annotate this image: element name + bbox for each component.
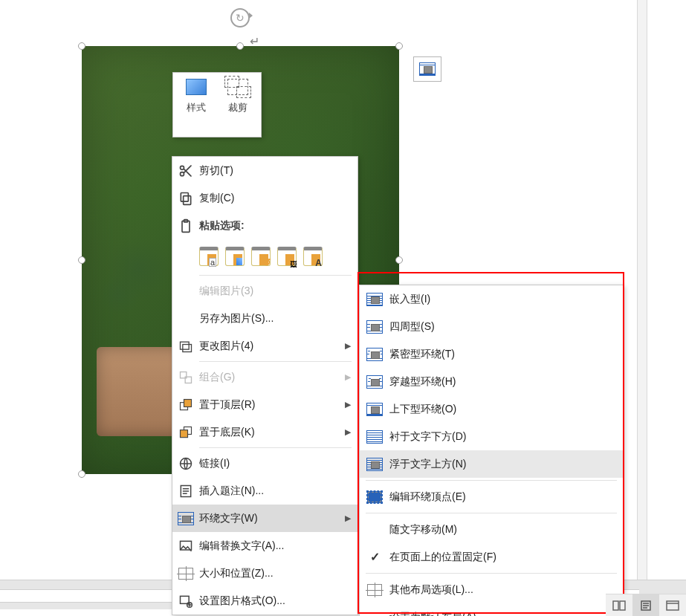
wrap-tight-label: 紧密型环绕(T) bbox=[389, 348, 623, 361]
checkmark-icon bbox=[360, 550, 389, 564]
submenu-arrow-icon: ▶ bbox=[344, 372, 352, 382]
insert-caption-label: 插入题注(N)... bbox=[199, 484, 352, 498]
menu-insert-caption[interactable]: 插入题注(N)... bbox=[172, 477, 357, 505]
layout-options-icon bbox=[419, 62, 436, 76]
wrap-in-front[interactable]: 浮于文字上方(N) bbox=[360, 450, 623, 478]
menu-change-picture[interactable]: 更改图片(4) ▶ bbox=[172, 332, 357, 360]
wrap-tight[interactable]: 紧密型环绕(T) bbox=[360, 340, 623, 368]
svg-rect-22 bbox=[667, 601, 679, 610]
rotate-handle[interactable]: ↻ bbox=[230, 8, 250, 27]
submenu-arrow-icon: ▶ bbox=[344, 400, 352, 409]
resize-handle-tl[interactable] bbox=[78, 42, 85, 50]
change-picture-label: 更改图片(4) bbox=[199, 340, 344, 353]
resize-handle-ml[interactable] bbox=[78, 256, 85, 264]
menu-bring-front[interactable]: 置于顶层(R) ▶ bbox=[172, 391, 357, 418]
svg-rect-5 bbox=[184, 219, 188, 221]
submenu-arrow-icon: ▶ bbox=[344, 427, 352, 437]
view-switcher bbox=[606, 594, 686, 616]
wrap-behind-label: 衬于文字下方(D) bbox=[389, 430, 623, 444]
document-canvas: ↵ ↻ 样式 裁剪 剪切(T) 复制(C) 粘贴选项: bbox=[0, 0, 686, 616]
paste-merge[interactable] bbox=[225, 247, 245, 266]
link-icon bbox=[178, 456, 193, 471]
resize-handle-bl[interactable] bbox=[78, 470, 85, 478]
size-pos-label: 大小和位置(Z)... bbox=[199, 567, 352, 580]
edit-picture-label: 编辑图片(3) bbox=[199, 285, 352, 298]
crop-button[interactable]: 裁剪 bbox=[219, 79, 256, 137]
wrap-set-default[interactable]: 设置为默认布局(A) bbox=[360, 603, 623, 616]
svg-rect-11 bbox=[184, 399, 192, 406]
group-label: 组合(G) bbox=[199, 371, 344, 384]
svg-rect-2 bbox=[184, 195, 191, 204]
wrap-edit-points-icon bbox=[366, 490, 383, 504]
menu-edit-alt[interactable]: 编辑替换文字(A)... bbox=[172, 532, 357, 560]
wrap-inline-icon bbox=[366, 293, 383, 306]
wrap-edit-points[interactable]: 编辑环绕顶点(E) bbox=[360, 483, 623, 510]
menu-save-as-picture[interactable]: 另存为图片(S)... bbox=[172, 305, 357, 332]
layout-options-button[interactable] bbox=[413, 56, 441, 82]
vertical-ruler bbox=[637, 0, 647, 580]
menu-copy[interactable]: 复制(C) bbox=[172, 184, 357, 212]
resize-handle-tr[interactable] bbox=[395, 42, 403, 50]
caption-icon bbox=[178, 484, 193, 499]
wrap-behind[interactable]: 衬于文字下方(D) bbox=[360, 423, 623, 450]
format-picture-icon bbox=[178, 594, 193, 609]
size-position-icon bbox=[178, 568, 193, 580]
picture-style-icon bbox=[186, 79, 207, 95]
print-layout-view[interactable] bbox=[632, 594, 659, 616]
wrap-inline-label: 嵌入型(I) bbox=[389, 293, 623, 306]
wrap-top-bottom-label: 上下型环绕(O) bbox=[389, 403, 623, 416]
paste-keep-source[interactable] bbox=[199, 247, 219, 266]
read-mode-view[interactable] bbox=[606, 594, 632, 616]
wrap-fixed-position[interactable]: 在页面上的位置固定(F) bbox=[360, 543, 623, 571]
menu-wrap-text[interactable]: 环绕文字(W) ▶ bbox=[172, 505, 357, 532]
wrap-top-bottom-icon bbox=[366, 403, 383, 416]
more-layout-icon bbox=[367, 584, 382, 596]
svg-rect-7 bbox=[183, 344, 192, 351]
paste-picture[interactable] bbox=[277, 247, 297, 266]
wrap-through-icon bbox=[366, 375, 383, 389]
wrap-square[interactable]: 四周型(S) bbox=[360, 313, 623, 340]
svg-rect-17 bbox=[181, 596, 190, 603]
move-with-text-label: 随文字移动(M) bbox=[389, 523, 623, 536]
wrap-move-with-text[interactable]: 随文字移动(M) bbox=[360, 516, 623, 543]
web-layout-view[interactable] bbox=[659, 594, 686, 616]
menu-format-picture[interactable]: 设置图片格式(O)... bbox=[172, 587, 357, 615]
bring-front-icon bbox=[178, 398, 193, 412]
format-picture-label: 设置图片格式(O)... bbox=[199, 594, 352, 608]
style-button[interactable]: 样式 bbox=[178, 79, 215, 137]
menu-cut[interactable]: 剪切(T) bbox=[172, 157, 357, 184]
wrap-top-bottom[interactable]: 上下型环绕(O) bbox=[360, 395, 623, 423]
fixed-position-label: 在页面上的位置固定(F) bbox=[389, 551, 623, 564]
wrap-behind-icon bbox=[366, 430, 383, 444]
wrap-edit-points-label: 编辑环绕顶点(E) bbox=[389, 490, 623, 504]
menu-group: 组合(G) ▶ bbox=[172, 363, 357, 391]
crop-icon bbox=[227, 79, 248, 95]
paste-keep-source-fmt[interactable] bbox=[251, 247, 271, 266]
submenu-arrow-icon: ▶ bbox=[344, 341, 352, 351]
wrap-text-label: 环绕文字(W) bbox=[199, 512, 344, 525]
wrap-through[interactable]: 穿越型环绕(H) bbox=[360, 368, 623, 395]
send-back-icon bbox=[178, 425, 193, 440]
wrap-inline[interactable]: 嵌入型(I) bbox=[360, 285, 623, 313]
menu-size-pos[interactable]: 大小和位置(Z)... bbox=[172, 560, 357, 587]
menu-send-back[interactable]: 置于底层(K) ▶ bbox=[172, 418, 357, 446]
style-label: 样式 bbox=[187, 101, 206, 114]
link-label: 链接(I) bbox=[199, 457, 352, 470]
copy-icon bbox=[178, 191, 193, 206]
menu-link[interactable]: 链接(I) bbox=[172, 450, 357, 477]
wrap-more-options[interactable]: 其他布局选项(L)... bbox=[360, 576, 623, 603]
group-icon bbox=[178, 370, 193, 385]
svg-rect-20 bbox=[620, 601, 625, 610]
wrap-text-icon bbox=[178, 512, 194, 525]
resize-handle-tm[interactable] bbox=[236, 42, 244, 50]
wrap-through-label: 穿越型环绕(H) bbox=[389, 375, 623, 389]
submenu-arrow-icon: ▶ bbox=[344, 513, 352, 523]
edit-alt-label: 编辑替换文字(A)... bbox=[199, 539, 352, 553]
mini-toolbar: 样式 裁剪 bbox=[172, 72, 262, 137]
paste-header-label: 粘贴选项: bbox=[199, 219, 352, 233]
context-menu: 剪切(T) 复制(C) 粘贴选项: 编辑图片(3) 另存为图片(S)... bbox=[172, 156, 358, 615]
paste-text-only[interactable] bbox=[303, 247, 323, 266]
save-as-picture-label: 另存为图片(S)... bbox=[199, 312, 352, 325]
set-default-label: 设置为默认布局(A) bbox=[389, 611, 623, 617]
resize-handle-mr[interactable] bbox=[395, 256, 403, 264]
